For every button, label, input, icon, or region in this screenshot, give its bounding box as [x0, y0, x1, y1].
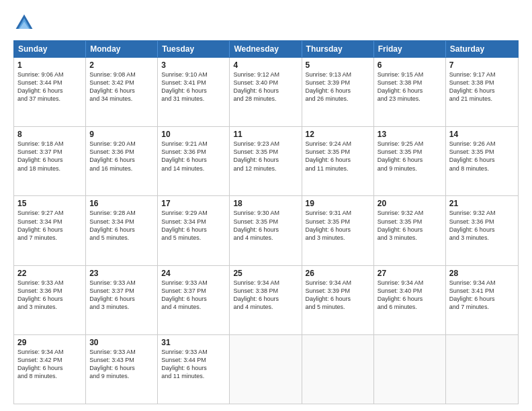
- day-number: 6: [378, 60, 442, 70]
- cell-line: Daylight: 6 hours: [17, 87, 82, 95]
- calendar-cell-30: 30Sunrise: 9:33 AMSunset: 3:43 PMDayligh…: [86, 335, 158, 404]
- calendar-cell-25: 25Sunrise: 9:34 AMSunset: 3:38 PMDayligh…: [230, 266, 302, 334]
- cell-line: and 28 minutes.: [233, 95, 298, 103]
- cell-line: Sunrise: 9:08 AM: [89, 71, 154, 79]
- calendar-cell-27: 27Sunrise: 9:34 AMSunset: 3:40 PMDayligh…: [374, 266, 446, 334]
- cell-line: Sunrise: 9:34 AM: [449, 279, 515, 287]
- cell-line: Sunset: 3:40 PM: [378, 287, 442, 295]
- cell-line: Sunset: 3:37 PM: [89, 287, 154, 295]
- cell-line: and 5 minutes.: [161, 234, 226, 242]
- calendar-row-2: 8Sunrise: 9:18 AMSunset: 3:37 PMDaylight…: [14, 126, 518, 195]
- cell-line: Sunset: 3:40 PM: [233, 79, 298, 87]
- calendar-cell-19: 19Sunrise: 9:31 AMSunset: 3:35 PMDayligh…: [302, 196, 374, 265]
- cell-line: and 16 minutes.: [89, 165, 154, 173]
- calendar-cell-15: 15Sunrise: 9:27 AMSunset: 3:34 PMDayligh…: [14, 196, 86, 265]
- cell-line: Sunrise: 9:13 AM: [306, 71, 370, 79]
- cell-line: Sunset: 3:34 PM: [89, 218, 154, 226]
- cell-line: and 18 minutes.: [17, 165, 82, 173]
- cell-line: and 8 minutes.: [449, 165, 515, 173]
- cell-line: Sunset: 3:39 PM: [306, 287, 370, 295]
- calendar-cell-2: 2Sunrise: 9:08 AMSunset: 3:42 PMDaylight…: [86, 58, 158, 126]
- cell-line: Sunrise: 9:23 AM: [233, 140, 298, 148]
- cell-line: Daylight: 6 hours: [233, 226, 298, 234]
- day-number: 14: [449, 130, 515, 139]
- header-day-saturday: Saturday: [446, 41, 518, 57]
- cell-line: Sunset: 3:36 PM: [449, 218, 515, 226]
- cell-line: Sunrise: 9:18 AM: [17, 140, 82, 148]
- calendar-row-5: 29Sunrise: 9:34 AMSunset: 3:42 PMDayligh…: [14, 334, 518, 404]
- day-number: 7: [449, 60, 515, 70]
- calendar-cell-23: 23Sunrise: 9:33 AMSunset: 3:37 PMDayligh…: [86, 266, 158, 334]
- cell-line: Daylight: 6 hours: [378, 295, 442, 303]
- cell-line: and 37 minutes.: [17, 95, 82, 103]
- cell-line: and 3 minutes.: [17, 303, 82, 311]
- cell-line: Daylight: 6 hours: [89, 364, 154, 372]
- cell-line: Daylight: 6 hours: [161, 295, 226, 303]
- cell-line: and 7 minutes.: [449, 303, 515, 311]
- cell-line: and 21 minutes.: [449, 95, 515, 103]
- cell-line: Sunrise: 9:24 AM: [306, 140, 370, 148]
- day-number: 26: [306, 269, 370, 278]
- cell-line: and 3 minutes.: [378, 234, 442, 242]
- cell-line: and 34 minutes.: [89, 95, 154, 103]
- day-number: 2: [89, 60, 154, 70]
- cell-line: Sunset: 3:42 PM: [17, 356, 82, 364]
- cell-line: Daylight: 6 hours: [449, 226, 515, 234]
- calendar-cell-13: 13Sunrise: 9:25 AMSunset: 3:35 PMDayligh…: [374, 127, 446, 195]
- cell-line: Sunset: 3:41 PM: [161, 79, 226, 87]
- cell-line: Sunrise: 9:17 AM: [449, 71, 515, 79]
- cell-line: Sunrise: 9:34 AM: [233, 279, 298, 287]
- day-number: 31: [161, 338, 226, 347]
- day-number: 11: [233, 130, 298, 139]
- cell-line: Sunset: 3:38 PM: [233, 287, 298, 295]
- cell-line: Sunrise: 9:34 AM: [306, 279, 370, 287]
- day-number: 17: [161, 199, 226, 208]
- cell-line: and 8 minutes.: [17, 372, 82, 380]
- calendar-body: 1Sunrise: 9:06 AMSunset: 3:44 PMDaylight…: [13, 58, 519, 404]
- cell-line: Sunset: 3:43 PM: [89, 356, 154, 364]
- calendar-cell-18: 18Sunrise: 9:30 AMSunset: 3:35 PMDayligh…: [230, 196, 302, 265]
- cell-line: Sunrise: 9:21 AM: [161, 140, 226, 148]
- calendar-cell-empty: [446, 335, 518, 404]
- cell-line: and 5 minutes.: [89, 234, 154, 242]
- cell-line: Sunrise: 9:25 AM: [378, 140, 442, 148]
- day-number: 29: [17, 338, 82, 347]
- cell-line: Sunrise: 9:29 AM: [161, 209, 226, 217]
- cell-line: Sunset: 3:35 PM: [306, 218, 370, 226]
- cell-line: Sunrise: 9:30 AM: [233, 209, 298, 217]
- day-number: 20: [378, 199, 442, 208]
- calendar-cell-empty: [374, 335, 446, 404]
- cell-line: Daylight: 6 hours: [306, 226, 370, 234]
- cell-line: Sunset: 3:35 PM: [306, 148, 370, 156]
- cell-line: Sunset: 3:34 PM: [161, 218, 226, 226]
- cell-line: Sunrise: 9:32 AM: [449, 209, 515, 217]
- calendar: SundayMondayTuesdayWednesdayThursdayFrid…: [13, 40, 519, 404]
- cell-line: Daylight: 6 hours: [17, 156, 82, 164]
- header-day-tuesday: Tuesday: [158, 41, 230, 57]
- cell-line: and 9 minutes.: [378, 165, 442, 173]
- cell-line: and 4 minutes.: [233, 234, 298, 242]
- cell-line: Sunrise: 9:32 AM: [378, 209, 442, 217]
- cell-line: Daylight: 6 hours: [89, 226, 154, 234]
- cell-line: Sunset: 3:36 PM: [161, 148, 226, 156]
- calendar-cell-7: 7Sunrise: 9:17 AMSunset: 3:38 PMDaylight…: [446, 58, 518, 126]
- calendar-cell-14: 14Sunrise: 9:26 AMSunset: 3:35 PMDayligh…: [446, 127, 518, 195]
- day-number: 15: [17, 199, 82, 208]
- day-number: 3: [161, 60, 226, 70]
- cell-line: Sunset: 3:35 PM: [233, 148, 298, 156]
- cell-line: and 11 minutes.: [306, 165, 370, 173]
- page-header: [13, 12, 519, 34]
- cell-line: Sunrise: 9:33 AM: [161, 348, 226, 356]
- day-number: 18: [233, 199, 298, 208]
- cell-line: Sunrise: 9:34 AM: [17, 348, 82, 356]
- cell-line: Sunset: 3:36 PM: [17, 287, 82, 295]
- calendar-row-3: 15Sunrise: 9:27 AMSunset: 3:34 PMDayligh…: [14, 195, 518, 265]
- calendar-cell-20: 20Sunrise: 9:32 AMSunset: 3:35 PMDayligh…: [374, 196, 446, 265]
- cell-line: and 3 minutes.: [449, 234, 515, 242]
- cell-line: Sunset: 3:35 PM: [449, 148, 515, 156]
- cell-line: Sunset: 3:36 PM: [89, 148, 154, 156]
- cell-line: and 3 minutes.: [306, 234, 370, 242]
- cell-line: Sunrise: 9:28 AM: [89, 209, 154, 217]
- day-number: 21: [449, 199, 515, 208]
- calendar-cell-3: 3Sunrise: 9:10 AMSunset: 3:41 PMDaylight…: [158, 58, 230, 126]
